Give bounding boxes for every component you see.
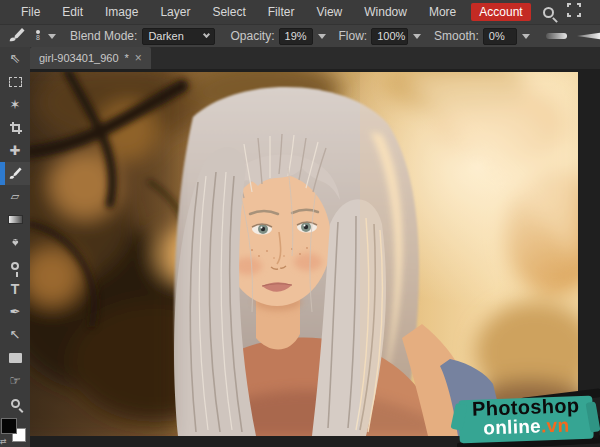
swap-colors-icon[interactable]: ⇄ [0,437,7,446]
flow-value: 100% [377,29,405,44]
healing-tool[interactable]: ✚ [0,139,30,162]
blend-mode-select[interactable]: Darken [142,28,214,45]
type-tool[interactable]: T [0,277,30,300]
brush-tool[interactable] [0,162,30,185]
crop-icon [10,122,21,133]
account-button[interactable]: Account [471,3,530,21]
flow-label: Flow: [339,29,368,43]
smooth-label: Smooth: [434,29,479,43]
photo-document[interactable] [30,72,578,436]
hand-tool[interactable]: ☞ [0,369,30,392]
foreground-color-swatch[interactable] [1,418,17,434]
modified-indicator: * [125,52,129,64]
menu-image[interactable]: Image [94,0,149,24]
opacity-label: Opacity: [231,29,275,43]
menu-window[interactable]: Window [353,0,418,24]
flow-dropdown-icon[interactable] [413,34,421,39]
path-select-tool[interactable]: ↖ [0,323,30,346]
document-title: girl-903401_960 [39,52,119,64]
document-tab-strip: girl-903401_960 * × [30,47,600,69]
tool-options-bar: 8 Blend Mode: Darken Opacity: 19% Flow: … [0,24,600,47]
gradient-tool[interactable] [0,208,30,231]
watermark-suffix: .vn [541,414,570,436]
gradient-icon [8,215,23,224]
watermark: Photoshop online.vn [455,396,597,446]
brush-icon [8,166,23,181]
tools-panel: ⇖ ✶ ✚ ▱ ♠ T ✒ ↖ ☞ [0,47,30,447]
canvas-area[interactable] [30,69,600,447]
opacity-input[interactable]: 19% [279,28,313,45]
shape-tool[interactable] [0,346,30,369]
photo-canvas-image [30,72,578,436]
menu-view[interactable]: View [305,0,353,24]
close-tab-icon[interactable]: × [135,51,142,65]
flow-input[interactable]: 100% [371,28,408,45]
brush-settings-dropdown-icon[interactable] [48,34,56,39]
pen-tool[interactable]: ✒ [0,300,30,323]
menu-edit[interactable]: Edit [51,0,94,24]
dodge-tool[interactable] [0,254,30,277]
blend-mode-label: Blend Mode: [70,29,137,43]
brush-preview-icon[interactable] [8,26,26,47]
opacity-value: 19% [285,29,307,44]
menu-layer[interactable]: Layer [149,0,201,24]
smooth-dropdown-icon[interactable] [522,34,530,39]
app-window: File Edit Image Layer Select Filter View… [0,0,600,447]
watermark-text: Photoshop online.vn [454,395,597,440]
select-tool[interactable] [0,70,30,93]
blur-tool[interactable]: ♠ [0,231,30,254]
smooth-value: 0% [489,29,505,44]
color-swatches: ⇄ [0,418,30,447]
eraser-tool[interactable]: ▱ [0,185,30,208]
menu-file[interactable]: File [10,0,51,24]
dodge-icon [11,262,19,270]
fullscreen-icon[interactable] [567,3,581,21]
menu-more[interactable]: More [418,0,467,24]
taper-stroke-icon[interactable] [577,32,600,40]
rectangle-icon [9,353,22,363]
marquee-icon [9,77,22,87]
menu-bar: File Edit Image Layer Select Filter View… [0,0,600,24]
brush-size-value: 8 [36,34,40,42]
blend-mode-value: Darken [148,29,183,44]
crop-tool[interactable] [0,116,30,139]
chevron-down-icon [202,31,209,38]
zoom-tool[interactable] [0,392,30,415]
magic-wand-tool[interactable]: ✶ [0,93,30,116]
search-icon[interactable] [543,7,554,18]
move-tool[interactable]: ⇖ [0,47,30,70]
document-tab[interactable]: girl-903401_960 * × [30,47,151,69]
magnifier-icon [11,399,20,408]
smooth-input[interactable]: 0% [483,28,517,45]
menu-select[interactable]: Select [201,0,256,24]
menu-filter[interactable]: Filter [257,0,306,24]
fade-stroke-icon[interactable] [546,33,567,39]
brush-size-indicator[interactable]: 8 [36,30,40,42]
opacity-dropdown-icon[interactable] [318,34,326,39]
